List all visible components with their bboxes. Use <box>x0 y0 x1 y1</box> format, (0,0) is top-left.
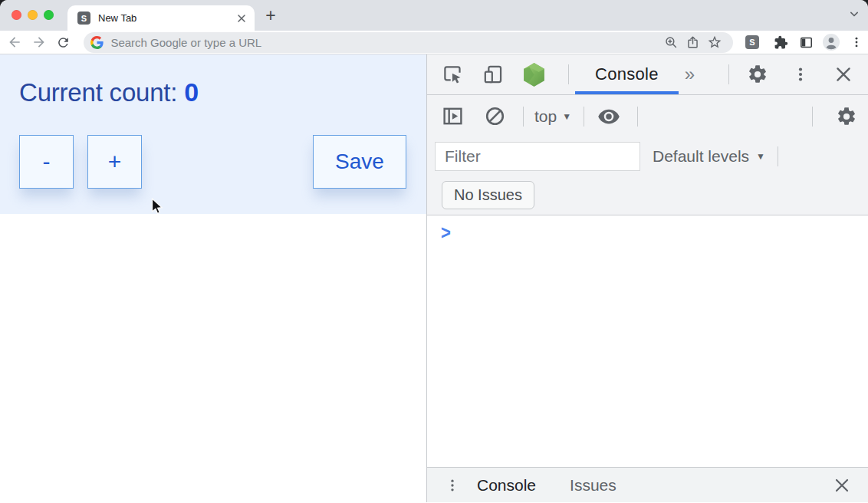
tab-close-icon[interactable] <box>236 13 247 24</box>
page-content: Current count: 0 - + Save <box>0 54 426 502</box>
counter-panel: Current count: 0 - + Save <box>0 54 426 214</box>
clear-console-icon[interactable] <box>481 103 508 130</box>
drawer-tab-console[interactable]: Console <box>477 476 536 495</box>
divider <box>523 107 524 127</box>
new-tab-button[interactable]: + <box>261 5 281 25</box>
console-filter-input[interactable] <box>435 142 640 171</box>
browser-toolbar: S <box>0 31 868 54</box>
extensions-puzzle-icon[interactable] <box>770 32 793 52</box>
forward-icon[interactable] <box>28 32 51 52</box>
devtools-tabbar: Console » <box>427 54 868 95</box>
live-expression-eye-icon[interactable] <box>595 103 623 130</box>
chevron-down-icon: ▼ <box>562 111 571 122</box>
side-panel-icon[interactable] <box>795 32 818 52</box>
console-sidebar-icon[interactable] <box>439 103 466 130</box>
tab-title: New Tab <box>98 12 236 24</box>
console-prompt-icon: > <box>441 223 451 242</box>
divider <box>812 107 813 127</box>
reload-icon[interactable] <box>52 32 75 52</box>
console-settings-gear-icon[interactable] <box>833 103 860 130</box>
increment-button[interactable]: + <box>87 135 142 189</box>
no-issues-button[interactable]: No Issues <box>442 181 534 209</box>
divider <box>584 107 584 127</box>
share-icon[interactable] <box>682 33 704 51</box>
divider <box>728 64 729 84</box>
title-bar: S New Tab + <box>0 0 868 31</box>
chevron-down-icon: ▼ <box>756 151 765 162</box>
close-window-icon[interactable] <box>12 10 21 20</box>
tab-favicon: S <box>77 12 90 25</box>
log-levels-selector[interactable]: Default levels <box>653 147 749 166</box>
profile-avatar[interactable] <box>820 32 843 52</box>
console-messages[interactable]: > <box>427 215 868 467</box>
issues-row: No Issues <box>427 176 868 215</box>
decrement-button[interactable]: - <box>19 135 74 189</box>
context-selector[interactable]: top <box>534 107 557 126</box>
minimize-window-icon[interactable] <box>28 10 38 20</box>
page-title: Current count: 0 <box>19 77 406 107</box>
save-button[interactable]: Save <box>313 135 406 189</box>
devtools-close-icon[interactable] <box>830 61 857 88</box>
bookmark-star-icon[interactable] <box>704 33 725 51</box>
nodejs-icon[interactable] <box>520 61 547 88</box>
count-label: Current count: <box>19 78 177 107</box>
chevron-down-icon[interactable] <box>847 6 862 21</box>
tab-console[interactable]: Console <box>575 54 679 94</box>
devtools-panel: Console » <box>426 54 868 502</box>
settings-gear-icon[interactable] <box>744 61 771 88</box>
more-tabs-icon[interactable]: » <box>685 64 695 85</box>
drawer-tab-issues[interactable]: Issues <box>570 476 616 495</box>
mouse-cursor <box>151 198 164 219</box>
divider <box>637 107 638 127</box>
url-input[interactable] <box>110 36 661 49</box>
console-toolbar: top ▼ <box>427 95 868 137</box>
maximize-window-icon[interactable] <box>44 10 54 20</box>
drawer-close-icon[interactable] <box>828 472 856 499</box>
count-value: 0 <box>184 77 199 107</box>
browser-menu-icon[interactable] <box>845 32 868 52</box>
zoom-icon[interactable] <box>661 33 682 51</box>
divider <box>778 146 778 166</box>
address-bar[interactable] <box>84 32 733 53</box>
drawer-menu-icon[interactable] <box>443 472 462 499</box>
browser-tab[interactable]: S New Tab <box>67 5 255 31</box>
inspect-element-icon[interactable] <box>439 61 466 88</box>
device-toolbar-icon[interactable] <box>479 61 507 88</box>
extension-s-icon[interactable]: S <box>745 35 759 49</box>
google-logo-icon <box>90 36 104 49</box>
devtools-menu-icon[interactable] <box>787 61 814 88</box>
divider <box>568 64 569 84</box>
back-icon[interactable] <box>3 32 26 52</box>
devtools-drawer: Console Issues <box>427 467 868 502</box>
console-filter-row: Default levels ▼ <box>427 137 868 176</box>
browser-window: S New Tab + <box>0 0 868 503</box>
traffic-lights <box>12 10 54 20</box>
